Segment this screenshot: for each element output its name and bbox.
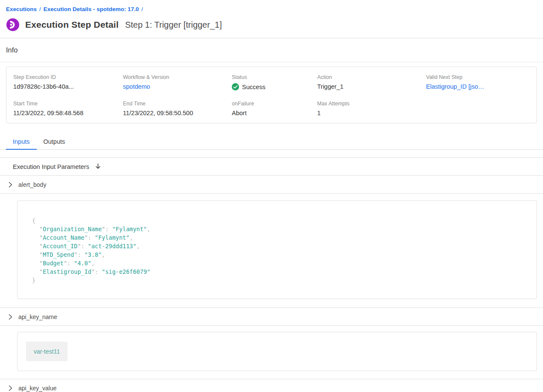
param-row-api-key-value[interactable]: api_key_value <box>0 379 543 392</box>
field-workflow-version: Workflow & Version spotdemo <box>123 74 232 90</box>
page-title: Execution Step Detail <box>25 20 119 30</box>
field-value: 11/23/2022, 09:58:48.568 <box>13 110 123 116</box>
fylamynt-logo-icon <box>6 18 20 32</box>
field-label: Action <box>317 74 426 80</box>
info-section-title: Info <box>6 46 18 54</box>
success-check-icon <box>232 83 239 90</box>
breadcrumb-link-executions[interactable]: Executions <box>6 6 37 12</box>
field-label: Step Execution ID <box>13 74 123 80</box>
valid-next-step-link[interactable]: Elastigroup_ID [jso… <box>426 83 530 90</box>
param-name: api_key_value <box>18 385 57 392</box>
field-onfailure: onFailure Abort <box>232 101 317 116</box>
download-arrow-icon[interactable] <box>94 163 102 170</box>
tab-inputs[interactable]: Inputs <box>6 134 37 150</box>
workflow-link[interactable]: spotdemo <box>123 83 232 90</box>
chevron-right-icon <box>9 385 12 391</box>
field-value: 1d97828c-13b6-40a... <box>13 83 123 90</box>
param-name: api_key_name <box>18 314 57 320</box>
field-label: Workflow & Version <box>123 74 232 80</box>
field-max-attempts: Max Attempts 1 <box>317 101 426 116</box>
field-end-time: End Time 11/23/2022, 09:58:50.500 <box>123 101 232 116</box>
field-value: Abort <box>232 110 317 116</box>
page-subtitle: Step 1: Trigger [trigger_1] <box>125 20 222 30</box>
field-valid-next-step: Valid Next Step Elastigroup_ID [jso… <box>426 74 530 90</box>
field-value: 11/23/2022, 09:58:50.500 <box>123 110 232 116</box>
field-label: Max Attempts <box>317 101 426 107</box>
param-row-api-key-name[interactable]: api_key_name <box>0 308 543 326</box>
field-value: 1 <box>317 110 426 116</box>
breadcrumb-separator: / <box>39 6 41 12</box>
field-label: Start Time <box>13 101 123 107</box>
api-key-name-panel-wrapper: var-test11 <box>0 332 543 379</box>
field-value: Trigger_1 <box>317 83 426 90</box>
field-start-time: Start Time 11/23/2022, 09:58:48.568 <box>13 101 123 116</box>
field-label: End Time <box>123 101 232 107</box>
execution-input-parameters-header: Execution Input Parameters <box>0 158 543 176</box>
breadcrumb-link-execution-details[interactable]: Execution Details - spotdemo: 17.0 <box>44 6 139 12</box>
tab-outputs[interactable]: Outputs <box>37 134 72 150</box>
field-label: Valid Next Step <box>426 74 530 80</box>
tab-bar: Inputs Outputs <box>0 134 543 150</box>
breadcrumb: Executions / Execution Details - spotdem… <box>0 0 543 12</box>
status-text: Success <box>242 84 266 90</box>
chevron-right-icon <box>9 182 12 188</box>
params-title: Execution Input Parameters <box>13 163 89 170</box>
api-key-name-value-chip: var-test11 <box>26 342 67 361</box>
field-action: Action Trigger_1 <box>317 74 426 90</box>
field-status: Status Success <box>232 74 317 90</box>
execution-input-parameters: Execution Input Parameters alert_body {"… <box>0 157 543 392</box>
info-card: Step Execution ID 1d97828c-13b6-40a... W… <box>6 67 537 123</box>
chevron-right-icon <box>9 314 12 320</box>
breadcrumb-separator: / <box>141 6 143 12</box>
info-card-wrapper: Step Execution ID 1d97828c-13b6-40a... W… <box>0 62 543 128</box>
field-empty <box>426 101 530 116</box>
field-label: onFailure <box>232 101 317 107</box>
status-badge: Success <box>232 83 317 90</box>
field-label: Status <box>232 74 317 80</box>
field-step-execution-id: Step Execution ID 1d97828c-13b6-40a... <box>13 74 123 90</box>
alert-body-code-block: {"Organization_Name": "Fylamynt","Accoun… <box>17 200 537 299</box>
page-header: Execution Step Detail Step 1: Trigger [t… <box>0 12 543 38</box>
param-name: alert_body <box>18 181 46 188</box>
api-key-name-panel: var-test11 <box>17 332 537 371</box>
info-section-heading: Info <box>0 38 543 62</box>
param-row-alert-body[interactable]: alert_body <box>0 176 543 194</box>
alert-body-panel-wrapper: {"Organization_Name": "Fylamynt","Accoun… <box>0 200 543 308</box>
